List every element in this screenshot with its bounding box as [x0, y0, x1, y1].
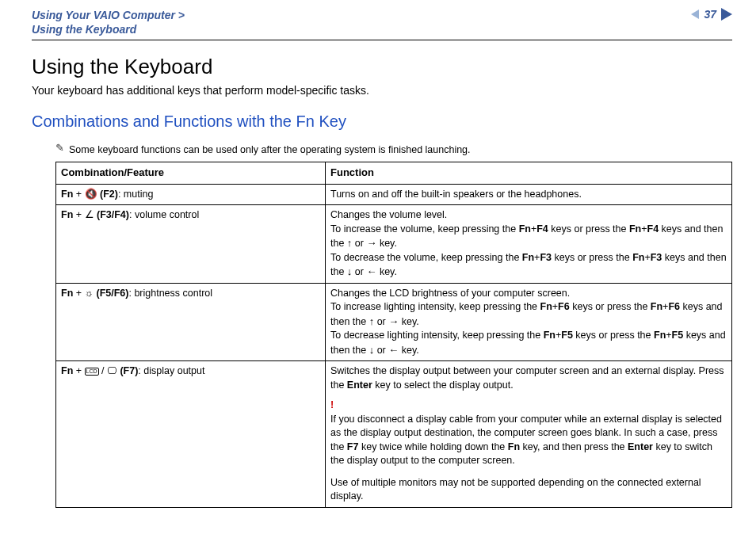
combo-cell: Fn + ☼ (F5/F6): brightness control: [56, 283, 326, 361]
key-label: (F3/F4): [94, 209, 129, 220]
arrow-right-icon: →: [366, 237, 376, 249]
table-row: Fn + ∠ (F3/F4): volume control Changes t…: [56, 205, 732, 284]
func-line: Changes the volume level.: [330, 208, 727, 223]
combo-cell: Fn + 🔇 (F2): muting: [56, 184, 326, 205]
combo-desc: : display output: [138, 365, 204, 376]
external-display-icon: 🖵: [107, 364, 117, 379]
combo-cell: Fn + ∠ (F3/F4): volume control: [56, 205, 326, 284]
arrow-left-icon: ←: [388, 344, 399, 356]
table-row: Fn + 🔇 (F2): muting Turns on and off the…: [56, 184, 732, 205]
table-row: Fn + ☼ (F5/F6): brightness control Chang…: [56, 283, 732, 361]
func-line: To decrease lighting intensity, keep pre…: [330, 329, 727, 357]
fn-key-table: Combination/Feature Function Fn + 🔇 (F2)…: [55, 162, 732, 507]
function-cell: Switches the display output between your…: [326, 361, 732, 508]
th-combination: Combination/Feature: [56, 162, 326, 184]
func-line: To increase the volume, keep pressing th…: [330, 223, 727, 251]
func-line: Switches the display output between your…: [330, 364, 727, 392]
lcd-icon: LCD: [85, 368, 99, 376]
intro-text: Your keyboard has additional keys that p…: [32, 84, 732, 97]
brightness-icon: ☼: [85, 287, 94, 301]
breadcrumb: Using Your VAIO Computer > Using the Key…: [32, 8, 185, 36]
page-title: Using the Keyboard: [32, 55, 732, 79]
fn-label: Fn: [61, 365, 73, 376]
key-label: (F5/F6): [94, 288, 128, 299]
prev-page-icon[interactable]: [691, 10, 699, 19]
func-line: If you disconnect a display cable from y…: [330, 413, 727, 468]
page-nav: 37: [691, 8, 732, 21]
key-label: (F2): [97, 189, 118, 200]
func-line: To increase lighting intensity, keep pre…: [330, 300, 727, 329]
next-page-icon[interactable]: [721, 8, 732, 21]
function-cell: Turns on and off the built-in speakers o…: [326, 184, 732, 205]
warning-mark: !: [330, 399, 727, 413]
note-row: ✎Some keyboard functions can be used onl…: [55, 143, 732, 155]
page-number: 37: [704, 8, 716, 21]
function-cell: Changes the LCD brightness of your compu…: [326, 283, 732, 361]
combo-desc: : brightness control: [128, 288, 212, 299]
note-text: Some keyboard functions can be used only…: [69, 144, 471, 155]
arrow-left-icon: ←: [366, 265, 376, 277]
volume-icon: ∠: [85, 208, 94, 223]
combo-cell: Fn + LCD / 🖵 (F7): display output: [56, 361, 326, 508]
func-line: To decrease the volume, keep pressing th…: [330, 251, 727, 280]
function-cell: Changes the volume level. To increase th…: [326, 205, 732, 284]
breadcrumb-line-1: Using Your VAIO Computer >: [32, 8, 185, 22]
breadcrumb-line-2: Using the Keyboard: [32, 22, 185, 36]
note-icon: ✎: [55, 142, 64, 154]
combo-desc: : volume control: [129, 209, 199, 220]
arrow-right-icon: →: [388, 315, 399, 327]
combo-desc: : muting: [118, 189, 153, 200]
key-label: (F7): [117, 365, 138, 376]
th-function: Function: [326, 162, 732, 184]
section-title: Combinations and Functions with the Fn K…: [32, 113, 732, 131]
fn-label: Fn: [61, 209, 73, 220]
func-line: Changes the LCD brightness of your compu…: [330, 287, 727, 301]
page-header: Using Your VAIO Computer > Using the Key…: [32, 8, 732, 40]
fn-label: Fn: [61, 189, 73, 200]
mute-icon: 🔇: [85, 188, 97, 202]
table-row: Fn + LCD / 🖵 (F7): display output Switch…: [56, 361, 732, 508]
func-line: Use of multiple monitors may not be supp…: [330, 476, 727, 504]
fn-label: Fn: [61, 288, 73, 299]
